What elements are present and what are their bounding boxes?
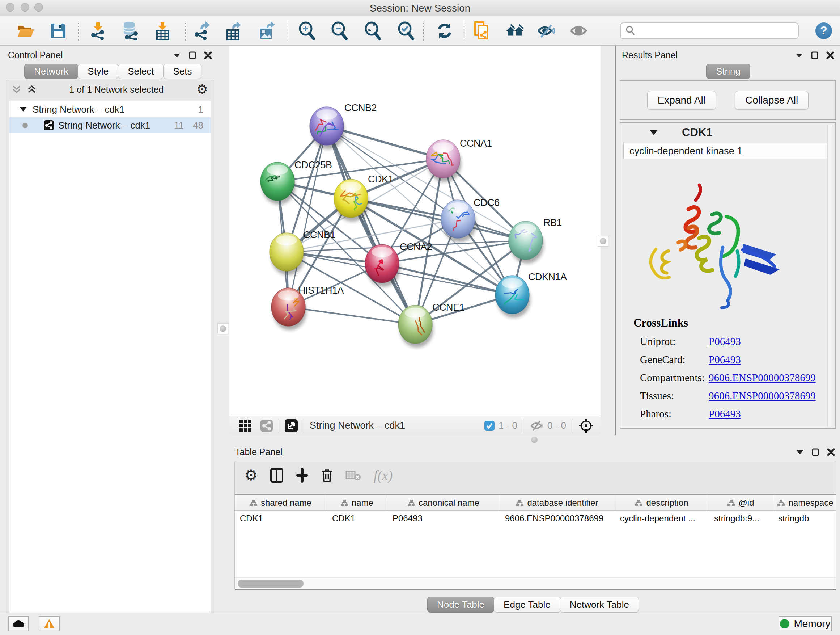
selected-checkbox-icon[interactable]	[484, 420, 495, 431]
network-node-CCNB2[interactable]: CCNB2	[308, 103, 377, 149]
scrollbar-thumb[interactable]	[238, 580, 303, 587]
cloud-button[interactable]	[8, 616, 29, 631]
network-graph[interactable]: CCNB2CCNA1CDC25BCDK1CDC6RB1CCNB1CCNA2CDK…	[229, 46, 600, 416]
function-builder-icon[interactable]: f(x)	[374, 467, 393, 483]
section-collapse-icon[interactable]	[649, 130, 658, 135]
column-header-description[interactable]: description	[615, 495, 709, 510]
network-overview-button[interactable]	[505, 21, 524, 41]
results-scrollbar[interactable]	[827, 125, 832, 426]
show-graphics-details-button[interactable]	[569, 21, 588, 41]
table-tab-network-table[interactable]: Network Table	[560, 597, 639, 613]
window-title: Session: New Session	[0, 3, 840, 14]
table-cell[interactable]: P06493	[387, 511, 500, 526]
network-node-CCNB1[interactable]: CCNB1	[270, 230, 335, 275]
column-header-canonical-name[interactable]: canonical name	[387, 495, 500, 510]
table-cell[interactable]: stringdb	[773, 511, 836, 526]
export-table-button[interactable]	[224, 21, 244, 41]
help-button[interactable]: ?	[815, 22, 832, 39]
expand-all-button[interactable]: Expand All	[647, 91, 716, 110]
export-image-button[interactable]	[257, 21, 277, 41]
crosslink-label: Compartments:	[633, 372, 709, 384]
warnings-button[interactable]	[39, 616, 60, 631]
collapse-panel-icon[interactable]	[795, 53, 803, 58]
collapse-panel-icon[interactable]	[173, 53, 181, 58]
show-columns-icon[interactable]	[270, 468, 283, 483]
network-node-CDK1[interactable]: CDK1	[334, 174, 393, 222]
zoom-fit-button[interactable]	[363, 21, 383, 41]
network-node-CDKN1A[interactable]: CDKN1A	[495, 272, 567, 318]
table-tab-edge-table[interactable]: Edge Table	[494, 597, 561, 613]
control-tab-sets[interactable]: Sets	[163, 64, 202, 79]
network-canvas[interactable]: CCNB2CCNA1CDC25BCDK1CDC6RB1CCNB1CCNA2CDK…	[229, 46, 600, 416]
column-header-shared-name[interactable]: shared name	[235, 495, 327, 510]
memory-button[interactable]: Memory	[778, 616, 832, 631]
warning-icon	[43, 619, 55, 629]
network-row[interactable]: String Network – cdk1 11 48	[9, 117, 210, 133]
tree-expand-icon[interactable]	[19, 107, 27, 112]
column-header-database-identifier[interactable]: database identifier	[500, 495, 615, 510]
network-collection-row[interactable]: String Network – cdk1 1	[9, 101, 210, 117]
table-cell[interactable]: cyclin-dependent ...	[615, 511, 709, 526]
crosslink-link[interactable]: P06493	[709, 354, 741, 366]
detach-view-icon[interactable]	[285, 419, 298, 432]
hidden-eye-slash-icon[interactable]	[529, 420, 544, 432]
table-row[interactable]: CDK1CDK1P064939606.ENSP00000378699cyclin…	[235, 511, 836, 526]
zoom-selected-button[interactable]	[396, 21, 416, 41]
float-panel-icon[interactable]	[189, 51, 196, 59]
grid-view-icon[interactable]	[240, 420, 252, 432]
network-options-gear-icon[interactable]: ⚙	[196, 82, 208, 97]
import-table-button[interactable]	[153, 21, 173, 41]
import-network-button[interactable]	[88, 21, 108, 41]
close-panel-icon[interactable]	[826, 51, 834, 59]
network-node-CCNE1[interactable]: CCNE1	[398, 302, 464, 348]
results-tab-string[interactable]: String	[706, 64, 750, 79]
close-panel-icon[interactable]	[204, 51, 212, 59]
table-options-gear-icon[interactable]: ⚙	[244, 468, 258, 483]
open-session-button[interactable]	[16, 21, 35, 41]
close-panel-icon[interactable]	[827, 448, 835, 456]
network-node-HIST1H1A[interactable]: HIST1H1A	[271, 285, 344, 330]
horizontal-splitter[interactable]	[229, 435, 840, 445]
column-header--id[interactable]: @id	[709, 495, 773, 510]
refresh-button[interactable]	[435, 21, 454, 41]
clear-table-icon[interactable]	[346, 469, 362, 481]
float-panel-icon[interactable]	[811, 51, 818, 59]
crosslink-link[interactable]: P06493	[709, 408, 741, 420]
network-view-share-icon[interactable]	[261, 420, 273, 432]
save-session-button[interactable]	[49, 21, 68, 41]
float-panel-icon[interactable]	[812, 448, 819, 456]
left-splitter-handle[interactable]	[218, 323, 228, 334]
import-network-from-database-button[interactable]	[120, 21, 140, 41]
crosslink-label: Tissues:	[633, 390, 709, 402]
collapse-all-icon[interactable]	[12, 85, 21, 94]
zoom-in-button[interactable]	[297, 21, 317, 41]
right-splitter-handle[interactable]	[598, 236, 608, 247]
hide-graphics-details-button[interactable]	[537, 21, 556, 41]
table-horizontal-scrollbar[interactable]	[235, 578, 836, 589]
control-tab-style[interactable]: Style	[78, 64, 118, 79]
table-cell[interactable]: stringdb:9...	[709, 511, 773, 526]
search-input[interactable]	[620, 22, 799, 39]
search-field[interactable]	[635, 25, 787, 36]
zoom-out-button[interactable]	[330, 21, 349, 41]
table-cell[interactable]: CDK1	[327, 511, 387, 526]
export-network-button[interactable]	[192, 21, 211, 41]
collapse-all-button[interactable]: Collapse All	[735, 91, 808, 110]
column-header-namespace[interactable]: namespace	[773, 495, 836, 510]
network-node-RB1[interactable]: RB1	[508, 217, 562, 264]
control-tab-network[interactable]: Network	[24, 64, 78, 79]
expand-all-icon[interactable]	[27, 85, 36, 94]
column-header-name[interactable]: name	[327, 495, 387, 510]
delete-column-icon[interactable]	[321, 468, 333, 483]
crosslink-link[interactable]: 9606.ENSP00000378699	[709, 372, 816, 384]
fit-selected-crosshair-icon[interactable]	[578, 418, 594, 434]
crosslink-link[interactable]: 9606.ENSP00000378699	[709, 390, 816, 402]
duplicate-network-button[interactable]	[472, 21, 492, 41]
crosslink-link[interactable]: P06493	[709, 336, 741, 348]
collapse-panel-icon[interactable]	[796, 450, 804, 455]
table-tab-node-table[interactable]: Node Table	[427, 597, 494, 613]
table-cell[interactable]: CDK1	[235, 511, 327, 526]
add-column-icon[interactable]	[295, 468, 309, 483]
table-cell[interactable]: 9606.ENSP00000378699	[500, 511, 615, 526]
control-tab-select[interactable]: Select	[118, 64, 164, 79]
